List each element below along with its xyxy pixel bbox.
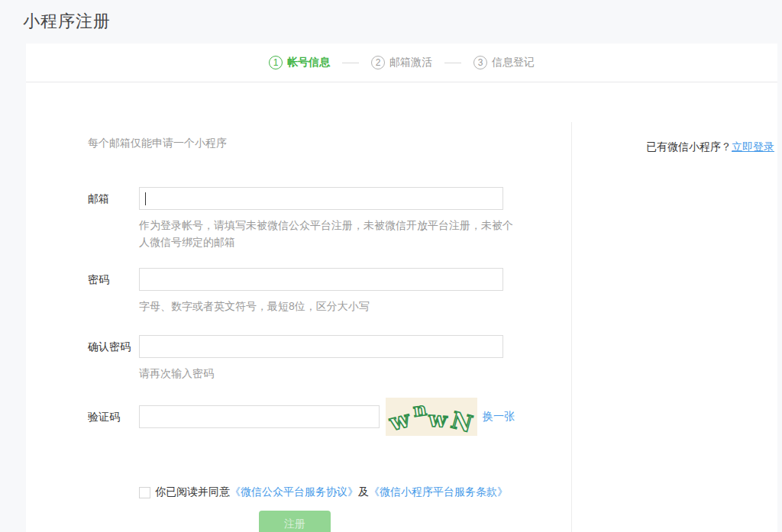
- password-row: 密码: [88, 268, 571, 291]
- step-number-icon: 1: [269, 56, 283, 69]
- email-label: 邮箱: [88, 187, 139, 210]
- steps-bar: 1 帐号信息 2 邮箱激活 3 信息登记: [26, 44, 777, 82]
- captcha-image[interactable]: w n w N: [386, 398, 477, 436]
- agreement-row: 你已阅读并同意《微信公众平台服务协议》及《微信小程序平台服务条款》: [139, 485, 571, 499]
- confirm-password-label: 确认密码: [88, 335, 139, 358]
- step-info-registration: 3 信息登记: [473, 56, 535, 69]
- password-label: 密码: [88, 268, 139, 291]
- agreement-prefix: 你已阅读并同意: [155, 485, 230, 498]
- confirm-password-input[interactable]: [140, 336, 502, 357]
- password-hint: 字母、数字或者英文符号，最短8位，区分大小写: [139, 298, 521, 314]
- service-agreement-link[interactable]: 《微信公众平台服务协议》: [230, 485, 358, 498]
- registration-card: 1 帐号信息 2 邮箱激活 3 信息登记 每个邮箱仅能申请一个小程序 邮箱 作: [26, 44, 777, 532]
- agreement-checkbox[interactable]: [139, 487, 150, 498]
- confirm-password-row: 确认密码: [88, 335, 571, 358]
- password-input[interactable]: [140, 269, 502, 290]
- page-header: 小程序注册: [0, 0, 782, 44]
- step-separator: [342, 63, 359, 63]
- password-input-box: [139, 268, 503, 291]
- confirm-password-input-box: [139, 335, 503, 358]
- step-number-icon: 3: [473, 56, 487, 69]
- step-account-info: 1 帐号信息: [269, 56, 330, 69]
- aside-column: 已有微信小程序？立即登录: [571, 82, 777, 532]
- form-intro-note: 每个邮箱仅能申请一个小程序: [88, 135, 571, 150]
- existing-account-text: 已有微信小程序？: [646, 140, 732, 153]
- email-hint: 作为登录帐号，请填写未被微信公众平台注册，未被微信开放平台注册，未被个人微信号绑…: [139, 217, 521, 250]
- captcha-input-box: [139, 405, 380, 428]
- step-label: 帐号信息: [287, 56, 330, 69]
- registration-form: 每个邮箱仅能申请一个小程序 邮箱 作为登录帐号，请填写未被微信公众平台注册，未被…: [26, 82, 571, 532]
- page-title: 小程序注册: [23, 10, 782, 33]
- step-email-activation: 2 邮箱激活: [371, 56, 432, 69]
- captcha-refresh-link[interactable]: 换一张: [483, 410, 515, 424]
- captcha-row: 验证码 w n w N 换一张: [88, 398, 571, 436]
- email-input[interactable]: [140, 188, 502, 209]
- captcha-label: 验证码: [88, 398, 139, 436]
- email-input-box: [139, 187, 503, 210]
- step-number-icon: 2: [371, 56, 385, 69]
- step-label: 邮箱激活: [389, 56, 432, 69]
- register-button[interactable]: 注册: [259, 511, 331, 532]
- agreement-text: 你已阅读并同意《微信公众平台服务协议》及《微信小程序平台服务条款》: [155, 485, 508, 499]
- email-row: 邮箱: [88, 187, 571, 210]
- platform-terms-link[interactable]: 《微信小程序平台服务条款》: [369, 485, 508, 498]
- step-label: 信息登记: [492, 56, 535, 69]
- step-separator: [444, 63, 461, 63]
- login-now-link[interactable]: 立即登录: [732, 140, 774, 153]
- captcha-letter: w: [427, 406, 448, 433]
- text-caret: [145, 192, 146, 205]
- confirm-password-hint: 请再次输入密码: [139, 365, 521, 382]
- captcha-input[interactable]: [140, 406, 379, 427]
- card-body: 每个邮箱仅能申请一个小程序 邮箱 作为登录帐号，请填写未被微信公众平台注册，未被…: [26, 82, 777, 532]
- agreement-and: 及: [358, 485, 369, 498]
